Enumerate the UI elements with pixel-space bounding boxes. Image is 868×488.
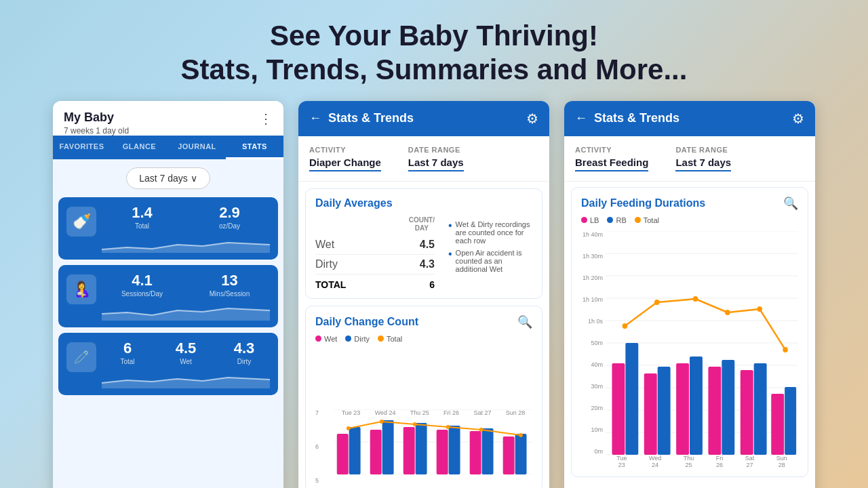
stats-header-diaper: ← Stats & Trends ⚙ [298, 101, 549, 136]
svg-rect-36 [625, 343, 638, 455]
svg-point-22 [479, 428, 484, 432]
svg-rect-35 [612, 363, 625, 455]
zoom-icon[interactable]: 🔍 [517, 314, 532, 329]
svg-rect-43 [741, 370, 753, 455]
date-range-label: DATE RANGE [408, 146, 464, 154]
activity-label-2: ACTIVITY [575, 146, 648, 154]
x-label-tue-2: Tue23 [616, 455, 627, 468]
card-stats-diaper: ← Stats & Trends ⚙ ACTIVITY Diaper Chang… [298, 101, 549, 488]
note2: Open Air accident is counted as an addit… [456, 249, 532, 273]
stats-header-feeding: ← Stats & Trends ⚙ [564, 101, 815, 136]
feeding-bar-chart: 1h 40m 1h 30m 1h 20m 1h 10m 1h 0s 50m 40… [581, 231, 798, 468]
x-label-sun-2: Sun28 [776, 455, 787, 468]
date-range-value: Last 7 days [408, 157, 464, 171]
diaper-icon: 🧷 [66, 342, 96, 372]
svg-rect-7 [349, 427, 361, 474]
cards-container: My Baby 7 weeks 1 day old ⋮ FAVORITES GL… [0, 101, 868, 488]
svg-point-20 [413, 422, 417, 426]
daily-averages-section: Daily Averages COUNT/DAY Wet 4.5 Dirty 4… [305, 188, 542, 299]
card-my-baby: My Baby 7 weeks 1 day old ⋮ FAVORITES GL… [53, 101, 283, 488]
svg-rect-41 [708, 367, 721, 455]
hero-line2: Stats, Trends, Summaries and More... [181, 54, 688, 85]
svg-rect-17 [515, 434, 527, 474]
svg-rect-16 [503, 436, 515, 474]
svg-rect-45 [771, 394, 784, 455]
mins-session: 13 [221, 272, 237, 289]
diaper-wet: 4.5 [176, 340, 197, 357]
svg-point-48 [654, 300, 660, 305]
svg-rect-10 [403, 427, 415, 474]
date-range-value-2: Last 7 days [675, 157, 731, 171]
sessions-day: 4.1 [132, 272, 153, 289]
legend-wet: Wet [324, 335, 337, 343]
legend-total: Total [387, 335, 402, 343]
tab-favorites[interactable]: FAVORITES [53, 136, 111, 159]
tab-stats[interactable]: STATS [226, 136, 283, 159]
note1: Wet & Dirty recordings are counted once … [456, 220, 532, 245]
activity-value: Diaper Change [309, 157, 381, 171]
bottle-total: 1.4 [132, 204, 153, 222]
svg-rect-42 [722, 360, 734, 455]
daily-change-count-section: Daily Change Count 🔍 Wet Dirty Total 7 6… [305, 306, 542, 488]
bottle-icon: 🍼 [66, 207, 96, 237]
stats-title: Stats & Trends [328, 111, 519, 125]
svg-rect-38 [658, 367, 671, 455]
svg-point-21 [446, 425, 450, 429]
activity-value-2: Breast Feeding [575, 157, 648, 171]
avg-wet-row: Wet 4.5 [315, 235, 435, 255]
activity-row: ACTIVITY Diaper Change DATE RANGE Last 7… [298, 136, 549, 182]
x-label-thu-2: Thu25 [684, 455, 694, 468]
date-range-dropdown[interactable]: Last 7 days ∨ [126, 167, 210, 189]
back-button-2[interactable]: ← [575, 111, 587, 125]
settings-icon-2[interactable]: ⚙ [792, 110, 804, 127]
feeding-zoom-icon[interactable]: 🔍 [783, 196, 798, 211]
baby-card-header: My Baby 7 weeks 1 day old ⋮ [53, 101, 283, 136]
avg-dirty-row: Dirty 4.3 [315, 255, 435, 274]
activity-label: ACTIVITY [309, 146, 381, 154]
legend-dirty: Dirty [354, 335, 370, 343]
bar-chart: 7 6 5 [315, 409, 532, 484]
tab-journal[interactable]: JOURNAL [168, 136, 226, 159]
back-button[interactable]: ← [309, 111, 321, 125]
legend-lb: LB [590, 216, 599, 224]
feeding-chart-title: Daily Feeding Durations [581, 197, 705, 209]
svg-rect-14 [470, 431, 481, 474]
svg-point-47 [623, 323, 628, 329]
x-label-wed-2: Wed24 [649, 455, 661, 468]
tab-glance[interactable]: GLANCE [111, 136, 168, 159]
svg-rect-8 [370, 430, 382, 474]
more-options-button[interactable]: ⋮ [259, 110, 273, 127]
breastfeed-icon: 🤱 [66, 274, 96, 304]
chart-title: Daily Change Count [315, 316, 418, 328]
diaper-total: 6 [123, 340, 132, 357]
count-day-header: COUNT/DAY [409, 216, 435, 232]
x-label-sat-2: Sat27 [745, 455, 755, 468]
hero-section: See Your Baby Thriving! Stats, Trends, S… [0, 0, 868, 101]
svg-point-50 [725, 310, 730, 315]
stat-row-bottle: 🍼 1.4 Total 2.9 oz/Day [58, 197, 278, 260]
svg-rect-6 [337, 434, 349, 474]
stat-row-breastfeed: 🤱 4.1 Sessions/Day 13 Mins/Session [58, 265, 278, 327]
avg-total-row: TOTAL 6 [315, 274, 435, 290]
activity-row-2: ACTIVITY Breast Feeding DATE RANGE Last … [564, 136, 815, 182]
card-stats-feeding: ← Stats & Trends ⚙ ACTIVITY Breast Feedi… [564, 101, 815, 488]
svg-rect-44 [754, 363, 767, 455]
svg-point-19 [380, 420, 384, 424]
svg-point-52 [783, 347, 788, 352]
baby-tabs: FAVORITES GLANCE JOURNAL STATS [53, 136, 283, 159]
svg-rect-9 [382, 420, 394, 474]
hero-line1: See Your Baby Thriving! [270, 20, 598, 52]
stats-title-2: Stats & Trends [594, 111, 785, 125]
x-label-fri-2: Fri26 [716, 455, 724, 468]
feeding-legend: LB RB Total [581, 216, 798, 224]
svg-rect-46 [785, 387, 796, 455]
date-range-label-2: DATE RANGE [675, 146, 731, 154]
svg-point-18 [347, 426, 351, 430]
daily-averages-title: Daily Averages [315, 197, 532, 209]
svg-rect-15 [482, 428, 494, 474]
bottle-oz-day: 2.9 [219, 204, 240, 222]
baby-title: My Baby [64, 110, 129, 125]
settings-icon[interactable]: ⚙ [526, 110, 538, 127]
baby-subtitle: 7 weeks 1 day old [64, 126, 129, 136]
svg-rect-37 [644, 373, 657, 455]
